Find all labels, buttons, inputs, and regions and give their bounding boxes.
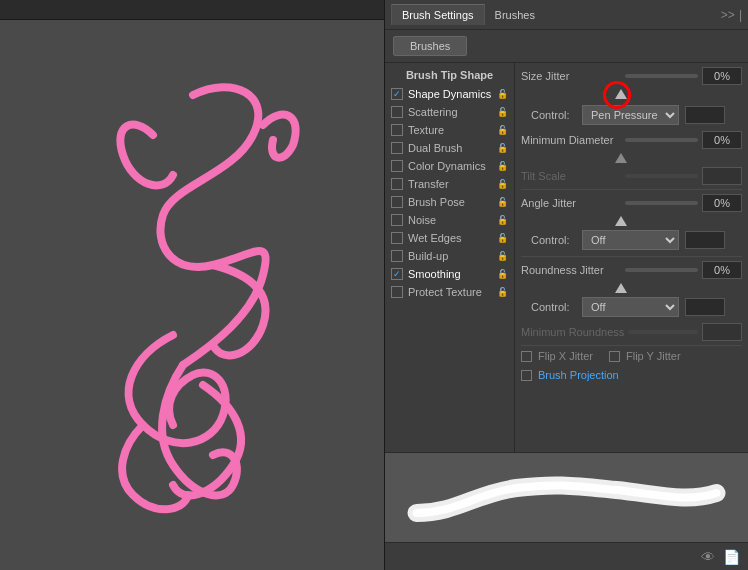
min-roundness-slider: [628, 330, 698, 334]
roundness-jitter-slider[interactable]: [625, 268, 698, 272]
brush-item-checkbox[interactable]: [391, 196, 403, 208]
brush-list-item[interactable]: Shape Dynamics🔓: [385, 85, 514, 103]
size-jitter-slider[interactable]: [625, 74, 698, 78]
brush-item-label: Wet Edges: [408, 232, 462, 244]
tilt-scale-value: [702, 167, 742, 185]
brush-lock-icon: 🔓: [497, 143, 508, 153]
brush-item-checkbox[interactable]: [391, 268, 403, 280]
roundness-jitter-triangle[interactable]: [615, 283, 627, 293]
tilt-scale-row: Tilt Scale: [521, 167, 742, 185]
flip-y-checkbox[interactable]: [609, 351, 620, 362]
brush-lock-icon: 🔓: [497, 215, 508, 225]
brush-item-checkbox[interactable]: [391, 250, 403, 262]
brush-item-checkbox[interactable]: [391, 88, 403, 100]
brush-list-item[interactable]: Protect Texture🔓: [385, 283, 514, 301]
min-roundness-row: Minimum Roundness: [521, 323, 742, 341]
min-roundness-value: [702, 323, 742, 341]
control-row: Control: Pen Pressure Off Fade Pen Tilt: [521, 105, 742, 125]
settings-col: Size Jitter Control: Pen Pressure Off Fa…: [515, 63, 748, 452]
angle-jitter-value[interactable]: [702, 194, 742, 212]
canvas-top-bar: [0, 0, 384, 20]
panel-tabs: Brush Settings Brushes >> |: [385, 0, 748, 30]
brush-item-checkbox[interactable]: [391, 214, 403, 226]
size-jitter-triangle[interactable]: [615, 89, 627, 99]
brush-list-item[interactable]: Transfer🔓: [385, 175, 514, 193]
flip-row: Flip X Jitter Flip Y Jitter: [521, 350, 742, 365]
page-icon[interactable]: 📄: [723, 549, 740, 565]
brush-list-item[interactable]: Scattering🔓: [385, 103, 514, 121]
roundness-control-label: Control:: [531, 301, 576, 313]
brush-lock-icon: 🔓: [497, 179, 508, 189]
brush-item-checkbox[interactable]: [391, 124, 403, 136]
min-roundness-label: Minimum Roundness: [521, 326, 624, 338]
brush-item-checkbox[interactable]: [391, 142, 403, 154]
tab-brush-settings[interactable]: Brush Settings: [391, 4, 485, 25]
canvas-content: [0, 20, 385, 570]
flip-x-label[interactable]: Flip X Jitter: [538, 350, 593, 362]
angle-control-select[interactable]: Off Fade Pen Pressure: [582, 230, 679, 250]
size-jitter-label: Size Jitter: [521, 70, 621, 82]
brush-projection-checkbox[interactable]: [521, 370, 532, 381]
control-select[interactable]: Pen Pressure Off Fade Pen Tilt: [582, 105, 679, 125]
min-diameter-row: Minimum Diameter: [521, 131, 742, 149]
angle-jitter-slider[interactable]: [625, 201, 698, 205]
min-diameter-slider[interactable]: [625, 138, 698, 142]
angle-jitter-label: Angle Jitter: [521, 197, 621, 209]
roundness-control-value[interactable]: [685, 298, 725, 316]
brush-item-checkbox[interactable]: [391, 160, 403, 172]
angle-control-value[interactable]: [685, 231, 725, 249]
brush-list-item[interactable]: Noise🔓: [385, 211, 514, 229]
brush-list-item[interactable]: Wet Edges🔓: [385, 229, 514, 247]
flip-x-checkbox[interactable]: [521, 351, 532, 362]
brushes-button[interactable]: Brushes: [393, 36, 467, 56]
flip-y-label[interactable]: Flip Y Jitter: [626, 350, 681, 362]
brush-list-item[interactable]: Brush Pose🔓: [385, 193, 514, 211]
roundness-jitter-label: Roundness Jitter: [521, 264, 621, 276]
tilt-scale-triangle[interactable]: [615, 153, 627, 163]
brush-projection-label[interactable]: Brush Projection: [538, 369, 619, 381]
canvas-area: [0, 0, 385, 570]
size-jitter-thumb-row: [521, 89, 742, 101]
tab-brushes[interactable]: Brushes: [485, 5, 545, 25]
angle-jitter-thumb-row: [521, 216, 742, 228]
brush-list-col: Brush Tip Shape Shape Dynamics🔓Scatterin…: [385, 63, 515, 452]
brush-lock-icon: 🔓: [497, 161, 508, 171]
brush-list-item[interactable]: Texture🔓: [385, 121, 514, 139]
min-diameter-label: Minimum Diameter: [521, 134, 621, 146]
brush-list-item[interactable]: Smoothing🔓: [385, 265, 514, 283]
brush-item-label: Scattering: [408, 106, 458, 118]
brush-item-checkbox[interactable]: [391, 286, 403, 298]
roundness-control-select[interactable]: Off Fade Pen Pressure: [582, 297, 679, 317]
brush-list-item[interactable]: Color Dynamics🔓: [385, 157, 514, 175]
panel-bottom: 👁 📄: [385, 542, 748, 570]
brush-lock-icon: 🔓: [497, 251, 508, 261]
brush-lock-icon: 🔓: [497, 269, 508, 279]
angle-jitter-triangle[interactable]: [615, 216, 627, 226]
control-value[interactable]: [685, 106, 725, 124]
roundness-jitter-value[interactable]: [702, 261, 742, 279]
panel-menu-icon[interactable]: >>: [721, 8, 735, 22]
brush-projection-row: Brush Projection: [521, 369, 742, 381]
brush-item-label: Build-up: [408, 250, 448, 262]
preview-svg: [385, 458, 748, 538]
size-jitter-value[interactable]: [702, 67, 742, 85]
roundness-jitter-thumb-row: [521, 283, 742, 295]
min-diameter-value[interactable]: [702, 131, 742, 149]
brush-item-label: Smoothing: [408, 268, 461, 280]
brush-item-checkbox[interactable]: [391, 178, 403, 190]
tilt-scale-label: Tilt Scale: [521, 170, 621, 182]
brush-item-checkbox[interactable]: [391, 232, 403, 244]
preview-area: [385, 452, 748, 542]
brush-list-item[interactable]: Dual Brush🔓: [385, 139, 514, 157]
brush-list-item[interactable]: Build-up🔓: [385, 247, 514, 265]
right-panel: Brush Settings Brushes >> | Brushes Brus…: [385, 0, 748, 570]
brush-section-header[interactable]: Brush Tip Shape: [385, 65, 514, 85]
angle-control-label: Control:: [531, 234, 576, 246]
angle-jitter-row: Angle Jitter: [521, 194, 742, 212]
brushes-btn-row: Brushes: [385, 30, 748, 63]
brush-lock-icon: 🔓: [497, 107, 508, 117]
eye-icon[interactable]: 👁: [701, 549, 715, 565]
calligraphy-svg: [13, 35, 373, 555]
brush-item-checkbox[interactable]: [391, 106, 403, 118]
brush-lock-icon: 🔓: [497, 197, 508, 207]
